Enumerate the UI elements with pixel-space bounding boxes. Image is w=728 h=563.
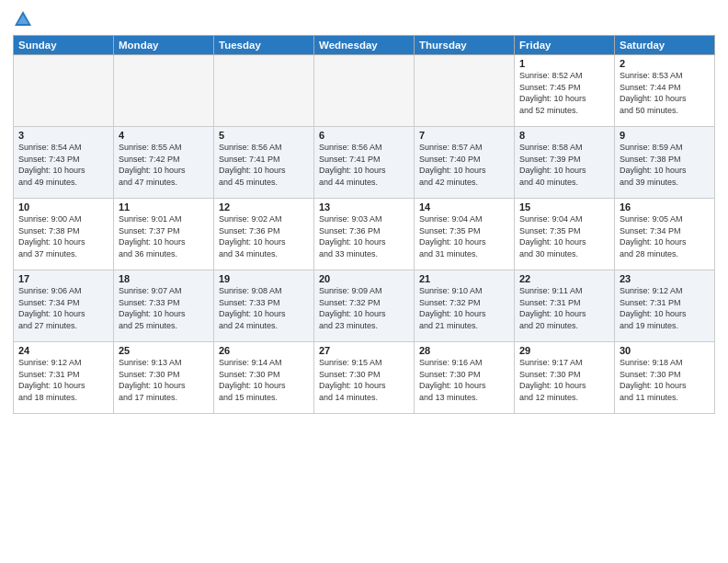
day-number: 23 — [620, 273, 710, 284]
calendar-cell: 26Sunrise: 9:14 AMSunset: 7:30 PMDayligh… — [214, 342, 314, 414]
day-info: Sunrise: 8:52 AMSunset: 7:45 PMDaylight:… — [519, 70, 609, 116]
weekday-header: Saturday — [615, 36, 715, 55]
day-number: 22 — [519, 273, 609, 284]
weekday-header: Monday — [114, 36, 214, 55]
day-info: Sunrise: 9:03 AMSunset: 7:36 PMDaylight:… — [319, 213, 409, 259]
day-info: Sunrise: 9:06 AMSunset: 7:34 PMDaylight:… — [18, 285, 108, 331]
day-info: Sunrise: 9:17 AMSunset: 7:30 PMDaylight:… — [519, 357, 609, 403]
day-number: 15 — [519, 201, 609, 213]
day-info: Sunrise: 9:12 AMSunset: 7:31 PMDaylight:… — [18, 357, 108, 403]
calendar-cell: 10Sunrise: 9:00 AMSunset: 7:38 PMDayligh… — [14, 199, 114, 270]
calendar-cell: 25Sunrise: 9:13 AMSunset: 7:30 PMDayligh… — [114, 342, 214, 414]
day-info: Sunrise: 9:14 AMSunset: 7:30 PMDaylight:… — [219, 357, 309, 403]
day-number: 12 — [219, 201, 309, 213]
day-number: 30 — [620, 345, 710, 356]
day-number: 6 — [319, 130, 409, 141]
calendar: SundayMondayTuesdayWednesdayThursdayFrid… — [13, 35, 715, 414]
day-info: Sunrise: 8:53 AMSunset: 7:44 PMDaylight:… — [620, 70, 710, 116]
day-info: Sunrise: 9:04 AMSunset: 7:35 PMDaylight:… — [519, 213, 609, 259]
day-number: 10 — [18, 201, 108, 213]
calendar-cell: 5Sunrise: 8:56 AMSunset: 7:41 PMDaylight… — [214, 127, 314, 199]
day-info: Sunrise: 9:02 AMSunset: 7:36 PMDaylight:… — [219, 213, 309, 259]
calendar-cell: 19Sunrise: 9:08 AMSunset: 7:33 PMDayligh… — [214, 270, 314, 342]
calendar-week-row: 24Sunrise: 9:12 AMSunset: 7:31 PMDayligh… — [14, 342, 715, 414]
weekday-header: Sunday — [14, 36, 114, 55]
day-info: Sunrise: 8:56 AMSunset: 7:41 PMDaylight:… — [219, 142, 309, 188]
day-info: Sunrise: 9:10 AMSunset: 7:32 PMDaylight:… — [419, 285, 509, 331]
day-number: 18 — [119, 273, 209, 284]
day-number: 29 — [519, 345, 609, 356]
day-info: Sunrise: 8:59 AMSunset: 7:38 PMDaylight:… — [620, 142, 710, 188]
calendar-cell: 23Sunrise: 9:12 AMSunset: 7:31 PMDayligh… — [615, 270, 715, 342]
day-info: Sunrise: 9:11 AMSunset: 7:31 PMDaylight:… — [519, 285, 609, 331]
day-number: 8 — [519, 130, 609, 141]
calendar-cell — [114, 55, 214, 127]
day-number: 2 — [620, 58, 710, 69]
weekday-header: Friday — [515, 36, 615, 55]
day-info: Sunrise: 8:58 AMSunset: 7:39 PMDaylight:… — [519, 142, 609, 188]
day-number: 7 — [419, 130, 509, 141]
day-number: 19 — [219, 273, 309, 284]
day-info: Sunrise: 9:00 AMSunset: 7:38 PMDaylight:… — [18, 213, 108, 259]
calendar-cell: 11Sunrise: 9:01 AMSunset: 7:37 PMDayligh… — [114, 199, 214, 270]
calendar-cell: 18Sunrise: 9:07 AMSunset: 7:33 PMDayligh… — [114, 270, 214, 342]
day-number: 25 — [119, 345, 209, 356]
weekday-header: Tuesday — [214, 36, 314, 55]
day-number: 17 — [18, 273, 108, 284]
calendar-cell: 12Sunrise: 9:02 AMSunset: 7:36 PMDayligh… — [214, 199, 314, 270]
calendar-cell: 30Sunrise: 9:18 AMSunset: 7:30 PMDayligh… — [615, 342, 715, 414]
calendar-week-row: 17Sunrise: 9:06 AMSunset: 7:34 PMDayligh… — [14, 270, 715, 342]
day-info: Sunrise: 9:12 AMSunset: 7:31 PMDaylight:… — [620, 285, 710, 331]
day-info: Sunrise: 9:07 AMSunset: 7:33 PMDaylight:… — [119, 285, 209, 331]
calendar-cell: 20Sunrise: 9:09 AMSunset: 7:32 PMDayligh… — [314, 270, 415, 342]
calendar-cell — [14, 55, 114, 127]
day-number: 4 — [119, 130, 209, 141]
day-number: 16 — [620, 201, 710, 213]
weekday-header: Wednesday — [314, 36, 415, 55]
day-number: 20 — [319, 273, 409, 284]
calendar-cell: 29Sunrise: 9:17 AMSunset: 7:30 PMDayligh… — [515, 342, 615, 414]
day-number: 21 — [419, 273, 509, 284]
day-info: Sunrise: 8:56 AMSunset: 7:41 PMDaylight:… — [319, 142, 409, 188]
calendar-cell: 24Sunrise: 9:12 AMSunset: 7:31 PMDayligh… — [14, 342, 114, 414]
calendar-cell: 15Sunrise: 9:04 AMSunset: 7:35 PMDayligh… — [515, 199, 615, 270]
calendar-cell: 22Sunrise: 9:11 AMSunset: 7:31 PMDayligh… — [515, 270, 615, 342]
day-info: Sunrise: 9:01 AMSunset: 7:37 PMDaylight:… — [119, 213, 209, 259]
weekday-header: Thursday — [415, 36, 515, 55]
calendar-week-row: 1Sunrise: 8:52 AMSunset: 7:45 PMDaylight… — [14, 55, 715, 127]
day-number: 14 — [419, 201, 509, 213]
calendar-cell: 16Sunrise: 9:05 AMSunset: 7:34 PMDayligh… — [615, 199, 715, 270]
calendar-cell: 21Sunrise: 9:10 AMSunset: 7:32 PMDayligh… — [415, 270, 515, 342]
calendar-cell: 4Sunrise: 8:55 AMSunset: 7:42 PMDaylight… — [114, 127, 214, 199]
calendar-cell: 14Sunrise: 9:04 AMSunset: 7:35 PMDayligh… — [415, 199, 515, 270]
calendar-cell: 1Sunrise: 8:52 AMSunset: 7:45 PMDaylight… — [515, 55, 615, 127]
day-number: 5 — [219, 130, 309, 141]
calendar-week-row: 3Sunrise: 8:54 AMSunset: 7:43 PMDaylight… — [14, 127, 715, 199]
calendar-cell — [415, 55, 515, 127]
calendar-cell — [214, 55, 314, 127]
day-info: Sunrise: 9:09 AMSunset: 7:32 PMDaylight:… — [319, 285, 409, 331]
day-info: Sunrise: 8:55 AMSunset: 7:42 PMDaylight:… — [119, 142, 209, 188]
calendar-cell: 8Sunrise: 8:58 AMSunset: 7:39 PMDaylight… — [515, 127, 615, 199]
day-info: Sunrise: 9:08 AMSunset: 7:33 PMDaylight:… — [219, 285, 309, 331]
day-info: Sunrise: 9:15 AMSunset: 7:30 PMDaylight:… — [319, 357, 409, 403]
day-info: Sunrise: 8:54 AMSunset: 7:43 PMDaylight:… — [18, 142, 108, 188]
calendar-cell: 6Sunrise: 8:56 AMSunset: 7:41 PMDaylight… — [314, 127, 415, 199]
day-info: Sunrise: 9:16 AMSunset: 7:30 PMDaylight:… — [419, 357, 509, 403]
day-info: Sunrise: 9:18 AMSunset: 7:30 PMDaylight:… — [620, 357, 710, 403]
calendar-cell — [314, 55, 415, 127]
day-info: Sunrise: 8:57 AMSunset: 7:40 PMDaylight:… — [419, 142, 509, 188]
header — [13, 9, 715, 29]
calendar-cell: 3Sunrise: 8:54 AMSunset: 7:43 PMDaylight… — [14, 127, 114, 199]
calendar-cell: 27Sunrise: 9:15 AMSunset: 7:30 PMDayligh… — [314, 342, 415, 414]
day-number: 9 — [620, 130, 710, 141]
calendar-cell: 17Sunrise: 9:06 AMSunset: 7:34 PMDayligh… — [14, 270, 114, 342]
day-info: Sunrise: 9:13 AMSunset: 7:30 PMDaylight:… — [119, 357, 209, 403]
weekday-header-row: SundayMondayTuesdayWednesdayThursdayFrid… — [14, 36, 715, 55]
day-number: 13 — [319, 201, 409, 213]
calendar-cell: 13Sunrise: 9:03 AMSunset: 7:36 PMDayligh… — [314, 199, 415, 270]
logo — [13, 9, 37, 29]
day-number: 28 — [419, 345, 509, 356]
page: SundayMondayTuesdayWednesdayThursdayFrid… — [0, 0, 728, 563]
day-number: 26 — [219, 345, 309, 356]
